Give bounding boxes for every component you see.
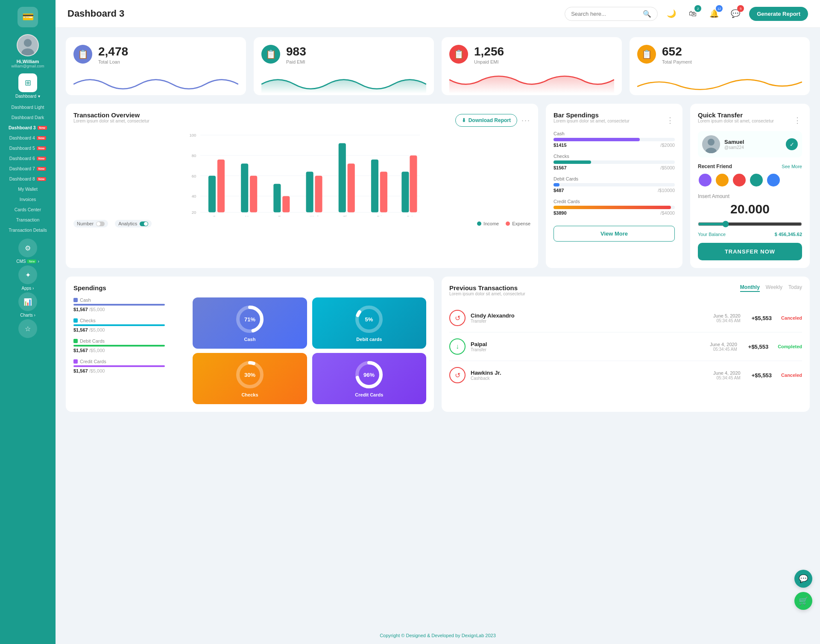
sidebar-item-dashboard-dark[interactable]: Dashboard Dark <box>0 112 56 122</box>
svg-text:71%: 71% <box>244 316 255 323</box>
table-row: ↺ Cindy Alexandro Transfer June 5, 2020 … <box>449 304 802 332</box>
spendings-title: Spendings <box>73 284 426 291</box>
unpaid-emi-wave <box>449 70 614 93</box>
sidebar-logo[interactable]: 💳 <box>18 7 38 27</box>
tab-today[interactable]: Today <box>788 284 802 292</box>
svg-text:5%: 5% <box>365 316 373 323</box>
sidebar-item-transaction-details[interactable]: Transaction Details <box>0 225 56 235</box>
sidebar-item-invoices[interactable]: Invoices <box>0 194 56 204</box>
tx-icon-paipal: ↓ <box>449 338 466 355</box>
amount-display: 20.000 <box>698 202 802 216</box>
number-toggle-dot <box>96 221 105 226</box>
tab-monthly[interactable]: Monthly <box>740 284 760 292</box>
footer-brand[interactable]: DexignLab <box>462 633 484 638</box>
header-right: 🔍 🌙 🛍 2 🔔 12 💬 5 Generate Report <box>565 6 808 21</box>
favorites-icon-btn[interactable]: ☆ <box>18 319 37 338</box>
bottom-row: Spendings Cash $1,567 /$5,000 <box>66 277 810 412</box>
sidebar-icons: ⚙ CMS New › ✦ Apps › 📊 Charts › ☆ <box>0 239 56 338</box>
total-loan-label: Total Loan <box>98 59 128 64</box>
svg-rect-24 <box>273 184 281 213</box>
bar-spendings-items: Cash $1415 /$2000 Checks <box>554 131 675 216</box>
analytics-toggle-dot <box>140 221 148 226</box>
bar-spendings-more-btn[interactable]: ⋮ <box>666 116 675 125</box>
number-toggle[interactable]: Number <box>73 220 108 227</box>
sidebar-item-dashboard-6[interactable]: Dashboard 6 New <box>0 153 56 163</box>
prev-tx-tabs: Monthly Weekly Today <box>740 284 802 292</box>
search-input[interactable] <box>571 11 639 17</box>
tab-weekly[interactable]: Weekly <box>766 284 782 292</box>
analytics-label: Analytics <box>118 221 137 226</box>
friend-avatar-5[interactable] <box>766 173 781 187</box>
quick-transfer-more-btn[interactable]: ⋮ <box>794 116 802 125</box>
sidebar-item-dashboard-8[interactable]: Dashboard 8 New <box>0 174 56 184</box>
spending-item-credit: Credit Cards $3890 /$4000 <box>554 199 675 216</box>
svg-text:20: 20 <box>192 210 196 215</box>
settings-icon-btn[interactable]: ⚙ <box>18 239 37 257</box>
message-icon-btn[interactable]: 💬 5 <box>728 6 743 21</box>
analytics-toggle[interactable]: Analytics <box>115 220 152 227</box>
donut-debit: 5% Debit cards <box>312 297 426 349</box>
bar-chart: 100 80 60 40 20 Sun Mon Tue Wed Thu Fri … <box>73 131 530 216</box>
download-icon: ⬇ <box>462 117 466 123</box>
more-options-btn[interactable]: ··· <box>521 116 530 125</box>
friend-avatar-2[interactable] <box>715 173 729 187</box>
cart-icon-btn[interactable]: 🛍 2 <box>685 6 700 21</box>
friend-avatar-4[interactable] <box>749 173 764 187</box>
svg-rect-23 <box>250 176 257 213</box>
content-area: 📋 2,478 Total Loan 📋 983 Paid EMI <box>56 28 820 627</box>
spending-checks: Checks $1,567 /$5,000 <box>73 318 187 332</box>
svg-text:96%: 96% <box>363 372 375 378</box>
message-badge: 5 <box>737 5 744 12</box>
previous-transactions-card: Previous Transactions Lorem ipsum dolor … <box>442 277 810 412</box>
balance-value: $ 456,345.62 <box>775 232 802 237</box>
income-dot <box>477 221 481 226</box>
sidebar-item-dashboard-light[interactable]: Dashboard Light <box>0 102 56 112</box>
generate-report-button[interactable]: Generate Report <box>749 7 808 21</box>
sidebar-item-dashboard-7[interactable]: Dashboard 7 New <box>0 163 56 174</box>
stat-card-unpaid-emi: 📋 1,256 Unpaid EMI <box>442 37 622 95</box>
sidebar-item-cards-center[interactable]: Cards Center <box>0 204 56 215</box>
transfer-avatar <box>702 135 720 153</box>
svg-rect-22 <box>241 163 248 212</box>
spending-credit: Credit Cards $1,567 /$5,000 <box>73 359 187 373</box>
cart-float-btn[interactable]: 🛒 <box>794 592 812 610</box>
sidebar-item-dashboard-4[interactable]: Dashboard 4 New <box>0 133 56 143</box>
svg-text:Tue: Tue <box>278 215 285 216</box>
svg-text:Sat: Sat <box>407 215 413 216</box>
cms-label[interactable]: CMS New › <box>16 259 39 264</box>
apps-icon-btn[interactable]: ✦ <box>18 265 37 284</box>
sidebar-item-dashboard-3[interactable]: Dashboard 3 New <box>0 122 56 133</box>
sidebar-item-transaction[interactable]: Transaction <box>0 215 56 225</box>
sidebar: 💳 Hi,William william@gmail.com ⊞ Dashboa… <box>0 0 56 644</box>
dashboard-icon-btn[interactable]: ⊞ <box>18 73 37 92</box>
prev-tx-title: Previous Transactions <box>449 284 525 291</box>
dashboard-dropdown-label[interactable]: Dashboard ▾ <box>15 94 40 99</box>
dark-mode-btn[interactable]: 🌙 <box>664 6 679 21</box>
spending-cash: Cash $1,567 /$5,000 <box>73 297 187 312</box>
amount-slider[interactable] <box>698 221 802 227</box>
charts-icon-btn[interactable]: 📊 <box>18 292 37 311</box>
sidebar-item-my-wallet[interactable]: My Wallet <box>0 184 56 194</box>
see-more-link[interactable]: See More <box>782 164 802 169</box>
notification-icon-btn[interactable]: 🔔 12 <box>706 6 722 21</box>
support-float-btn[interactable]: 💬 <box>794 570 812 588</box>
search-icon: 🔍 <box>643 10 651 18</box>
number-label: Number <box>77 221 94 226</box>
svg-text:Wed: Wed <box>310 215 318 216</box>
view-more-button[interactable]: View More <box>554 226 675 242</box>
transfer-now-button[interactable]: TRANSFER NOW <box>698 243 802 260</box>
donut-cash: 71% Cash <box>193 297 307 349</box>
apps-label[interactable]: Apps › <box>22 286 34 291</box>
total-payment-value: 652 <box>662 45 692 58</box>
tx-icon-hawkins: ↺ <box>449 367 466 383</box>
charts-label[interactable]: Charts › <box>20 313 35 318</box>
friend-avatar-3[interactable] <box>732 173 747 187</box>
transfer-user-handle: @sam224 <box>724 145 744 150</box>
sidebar-item-dashboard-5[interactable]: Dashboard 5 New <box>0 143 56 153</box>
paid-emi-wave <box>261 70 426 93</box>
download-report-button[interactable]: ⬇ Download Report <box>455 114 517 127</box>
transaction-overview-title: Transaction Overview <box>73 111 149 119</box>
notification-badge: 12 <box>716 5 723 12</box>
friend-avatar-1[interactable] <box>698 173 712 187</box>
search-box[interactable]: 🔍 <box>565 7 658 21</box>
